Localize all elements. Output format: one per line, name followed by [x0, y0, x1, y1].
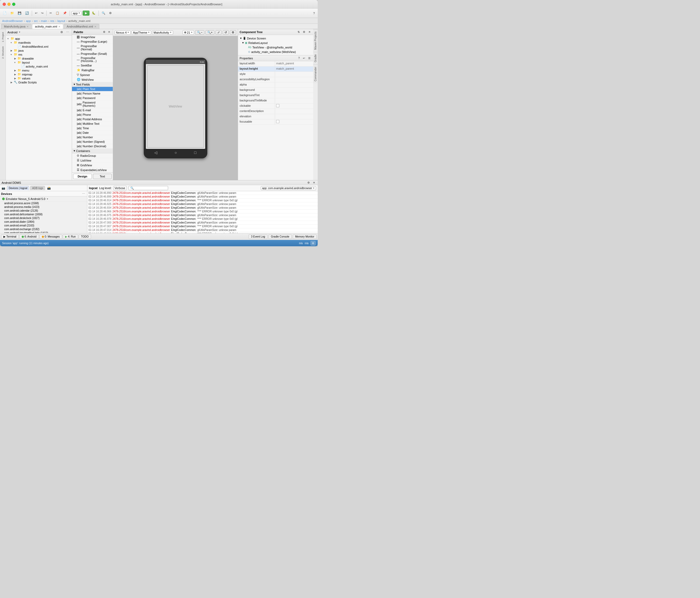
toolbar-btn-undo[interactable]: ↩ — [34, 10, 39, 16]
toolbar-btn-save[interactable]: 💾 — [17, 10, 23, 16]
comp-tree-device-screen[interactable]: ▾ 📱 Device Screen — [239, 36, 312, 41]
sidebar-commander[interactable]: Commander — [313, 64, 318, 83]
palette-item-imageview[interactable]: 🖼 ImageView — [72, 35, 113, 40]
toolbar-btn-open[interactable]: 📁 — [9, 10, 15, 16]
palette-item-number-decimal[interactable]: |ab| Number (Decimal) — [72, 144, 113, 149]
tab-activity-main-close[interactable]: ✕ — [58, 25, 60, 28]
focusable-checkbox[interactable] — [276, 120, 279, 123]
theme-dropdown[interactable]: AppTheme ▼ — [131, 30, 151, 35]
tree-item-activity-main-xml[interactable]: ▾ 📄 activity_main.xml — [6, 64, 72, 68]
breadcrumb-item-1[interactable]: app — [26, 19, 31, 23]
sidebar-tab-structure[interactable]: 2: Structure — [1, 45, 5, 61]
comp-tree-sort-btn[interactable]: ⇅ — [297, 30, 301, 34]
clickable-checkbox[interactable] — [276, 104, 279, 107]
emulator-item[interactable]: Emulator Nexus_5 Android 5.0 ▼ — [0, 197, 87, 202]
activity-dropdown[interactable]: MainActivity ▼ — [152, 30, 173, 35]
status-settings-btn[interactable]: ⚙ — [310, 241, 316, 246]
sidebar-tab-project[interactable]: 1: Project — [1, 30, 5, 44]
tab-main-activity[interactable]: MainActivity.java ✕ — [1, 24, 31, 29]
app-dropdown[interactable]: app ▼ — [72, 11, 81, 15]
palette-item-listview[interactable]: ☰ ListView — [72, 158, 113, 163]
close-button[interactable] — [3, 3, 6, 6]
palette-category-containers[interactable]: ▾ Containers — [72, 149, 113, 153]
zoom-out-btn[interactable]: 🔍− — [195, 30, 204, 35]
prop-value-alpha[interactable] — [275, 82, 313, 88]
comp-tree-relativelayout[interactable]: ▾ ▣ RelativeLayout — [239, 41, 312, 45]
tab-devices-logcat[interactable]: Devices | logcat — [7, 186, 29, 190]
sidebar-gradle[interactable]: Gradle — [313, 52, 318, 64]
toolbar-btn-redo[interactable]: ↪ — [40, 10, 45, 16]
tree-item-res[interactable]: ▾ 📁 res — [6, 52, 72, 56]
tab-messages[interactable]: 0: Messages — [40, 234, 62, 239]
palette-item-progressbar-small[interactable]: — ProgressBar (Small) — [72, 52, 113, 56]
palette-item-gridview[interactable]: ⊞ GridView — [72, 163, 113, 168]
nav-home-btn[interactable]: ○ — [175, 150, 177, 155]
tree-item-manifests[interactable]: ▾ 📁 manifests — [6, 41, 72, 45]
tab-android[interactable]: 6: Android — [19, 234, 39, 239]
app-deskclock[interactable]: com.android.deskclock (1827) — [0, 216, 87, 220]
palette-item-expandablelistview[interactable]: ☰ ExpandableListView — [72, 168, 113, 172]
tree-item-androidmanifest[interactable]: ▾ 📄 AndroidManifest.xml — [6, 45, 72, 48]
prop-value-elevation[interactable] — [275, 114, 313, 119]
app-process-media[interactable]: android.process.media (1423) — [0, 205, 87, 209]
palette-item-seekbar[interactable]: — SeekBar — [72, 63, 113, 68]
palette-item-multiline[interactable]: |ab| Multiline Text — [72, 122, 113, 126]
ddms-screenshot-btn[interactable]: 📸 — [47, 186, 51, 190]
settings-button[interactable]: ⚙ — [108, 10, 113, 16]
tab-android-manifest[interactable]: AndroidManifest.xml ✕ — [64, 24, 99, 29]
palette-item-ratingbar[interactable]: ⭐ RatingBar — [72, 68, 113, 73]
tab-activity-main-xml[interactable]: activity_main.xml ✕ — [32, 24, 63, 29]
tab-gradle-console[interactable]: Gradle Console — [269, 234, 292, 239]
toolbar-btn-cut[interactable]: ✂ — [48, 10, 53, 16]
palette-item-password-numeric[interactable]: |ab| Password (Numeric) — [72, 100, 113, 108]
palette-item-webview[interactable]: 🌐 WebView — [72, 77, 113, 82]
ddms-settings-btn[interactable]: ⚙ — [306, 181, 311, 184]
toolbar-btn-copy[interactable]: 📋 — [54, 10, 60, 16]
palette-item-person-name[interactable]: |ab| Person Name — [72, 91, 113, 96]
run-button[interactable]: ▶ — [83, 10, 90, 16]
prop-value-clickable[interactable] — [275, 103, 313, 108]
palette-item-date[interactable]: |ab| Date — [72, 130, 113, 135]
props-help-btn[interactable]: ? — [297, 56, 301, 60]
log-filter-input[interactable] — [128, 186, 168, 190]
tree-item-layout[interactable]: ▾ 📁 layout — [6, 60, 72, 64]
app-inputmethod[interactable]: com.android.inputmethod.latin (1412) — [0, 231, 87, 233]
tree-item-app[interactable]: ▾ 📁 app — [6, 36, 72, 41]
palette-item-radiogroup[interactable]: ⊙ RadioGroup — [72, 153, 113, 158]
debug-button[interactable]: 🐛 — [91, 10, 97, 16]
breadcrumb-item-0[interactable]: AndroidBrowser — [2, 19, 23, 23]
api-dropdown[interactable]: ⊕ 21 ▼ — [183, 30, 194, 35]
breadcrumb-item-3[interactable]: main — [41, 19, 47, 23]
project-more-btn[interactable]: ⋯ — [65, 30, 70, 34]
comp-tree-textview[interactable]: ▾ Ab TextView - @string/hello_world — [239, 45, 312, 50]
toolbar-btn-sync[interactable]: 🔄 — [24, 10, 30, 16]
tab-adb-logs[interactable]: ADB logs — [30, 186, 45, 190]
app-dialer[interactable]: com.android.dialer (1864) — [0, 220, 87, 224]
breadcrumb-item-5[interactable]: layout — [57, 19, 65, 23]
palette-item-postal[interactable]: |ab| Postal Address — [72, 117, 113, 122]
breadcrumb-item-2[interactable]: src — [34, 19, 38, 23]
tab-event-log[interactable]: 3 Event Log — [249, 234, 267, 239]
search-button[interactable]: 🔍 — [100, 10, 107, 16]
palette-item-time[interactable]: |ab| Time — [72, 126, 113, 130]
prop-value-style[interactable] — [275, 72, 313, 77]
prop-value-accessibility[interactable] — [275, 77, 313, 82]
minimize-button[interactable] — [7, 3, 10, 6]
tab-todo[interactable]: TODO — [79, 234, 91, 239]
project-dropdown[interactable]: Android — [7, 31, 18, 34]
palette-item-password[interactable]: |ab| Password — [72, 96, 113, 100]
prop-value-layout-width[interactable]: match_parent — [275, 61, 313, 66]
palette-item-number[interactable]: |ab| Number — [72, 135, 113, 140]
palette-item-spinner[interactable]: ▽ Spinner — [72, 73, 113, 77]
tab-main-activity-close[interactable]: ✕ — [26, 25, 29, 28]
design-tab-btn[interactable]: Design — [73, 174, 92, 179]
palette-item-progressbar-horiz[interactable]: — ProgressBar (Horizonta…) — [72, 56, 113, 63]
prop-value-layout-height[interactable]: match_parent — [275, 67, 313, 72]
prop-value-backgroundtint[interactable] — [275, 93, 313, 98]
maximize-button[interactable] — [12, 3, 15, 6]
tree-item-values[interactable]: ▶ 📁 values — [6, 76, 72, 80]
app-calendar[interactable]: com.android.calendar (2126) — [0, 209, 87, 213]
tree-item-mipmap[interactable]: ▶ 📁 mipmap — [6, 72, 72, 76]
zoom-in-btn[interactable]: 🔍+ — [205, 30, 215, 35]
app-filter-dropdown[interactable]: app: com.example.aravind.androidbrowser … — [261, 186, 316, 190]
